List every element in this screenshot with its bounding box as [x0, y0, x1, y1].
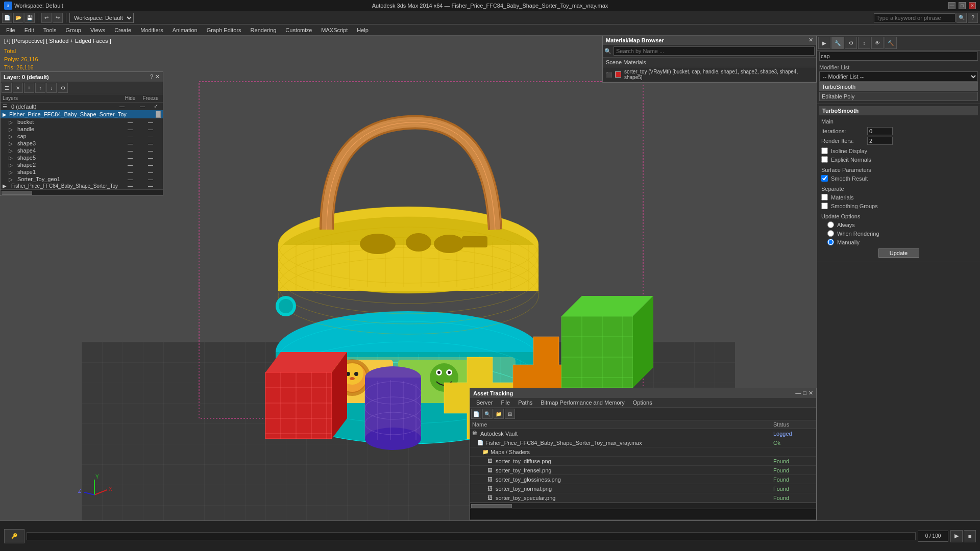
undo-button[interactable]: ↩ [41, 13, 52, 23]
asset-close[interactable]: ✕ [808, 390, 813, 396]
save-button[interactable]: 💾 [24, 13, 35, 23]
material-item[interactable]: ⬛ sorter_toy (VRayMtl) [bucket, cap, han… [603, 67, 816, 82]
create-button[interactable]: ▶ [818, 37, 830, 49]
menu-maxscript[interactable]: MAXScript [317, 26, 352, 34]
when-rendering-radio[interactable] [827, 230, 834, 237]
utilities-button[interactable]: 🔨 [885, 37, 897, 49]
asset-menu-bitmap[interactable]: Bitmap Performance and Memory [536, 398, 628, 407]
minimize-button[interactable]: — [948, 2, 955, 9]
layer-row-default[interactable]: ☰ 0 (default) — — ✓ [1, 103, 163, 110]
layers-help-button[interactable]: ? [150, 73, 153, 80]
menu-file[interactable]: File [2, 26, 19, 34]
hierarchy-button[interactable]: ⚙ [845, 37, 857, 49]
asset-scrollbar[interactable] [470, 503, 816, 509]
modifier-dropdown[interactable]: -- Modifier List -- [819, 71, 978, 82]
menu-edit[interactable]: Edit [20, 26, 38, 34]
layers-close-button[interactable]: ✕ [155, 73, 160, 80]
asset-row-vault[interactable]: 🏛 Autodesk Vault Logged [470, 429, 816, 438]
menu-rendering[interactable]: Rendering [247, 26, 281, 34]
mat-browser-title-bar[interactable]: Material/Map Browser ✕ [603, 35, 816, 45]
materials-checkbox[interactable] [821, 194, 828, 201]
asset-tb-btn2[interactable]: 🔍 [482, 409, 493, 419]
layers-scroll-thumb[interactable] [2, 191, 32, 195]
object-name-input[interactable] [819, 52, 978, 61]
layer-row-handle[interactable]: ▷ handle — — [1, 126, 163, 133]
close-button[interactable]: ✕ [969, 2, 976, 9]
asset-title-bar[interactable]: Asset Tracking — □ ✕ [470, 388, 816, 398]
asset-menu-server[interactable]: Server [472, 398, 497, 407]
layer-row-shape1[interactable]: ▷ shape1 — — [1, 168, 163, 176]
menu-help[interactable]: Help [353, 26, 373, 34]
layer-row-sorter-geo[interactable]: ▷ Sorter_Toy_geo1 — — [1, 176, 163, 183]
workspace-select[interactable]: Workspace: Default [69, 13, 134, 23]
menu-tools[interactable]: Tools [39, 26, 61, 34]
layers-delete-btn[interactable]: ✕ [13, 83, 23, 93]
layers-create-btn[interactable]: ☰ [2, 83, 12, 93]
explicit-normals-checkbox[interactable] [821, 156, 828, 163]
update-button[interactable]: Update [878, 248, 919, 258]
layer-row-shape2[interactable]: ▷ shape2 — — [1, 161, 163, 168]
asset-row-specular[interactable]: 🖼 sorter_toy_specular.png Found [470, 493, 816, 503]
asset-row-diffuse[interactable]: 🖼 sorter_toy_diffuse.png Found [470, 457, 816, 466]
layer-row-cap[interactable]: ▷ cap — — [1, 133, 163, 140]
asset-tb-btn3[interactable]: 📁 [494, 409, 504, 419]
layers-settings-btn[interactable]: ⚙ [58, 83, 68, 93]
smooth-result-checkbox[interactable] [821, 175, 828, 182]
layers-title-bar[interactable]: Layer: 0 (default) ? ✕ [1, 72, 163, 82]
motion-button[interactable]: ↕ [858, 37, 870, 49]
asset-row-frensel[interactable]: 🖼 sorter_toy_frensel.png Found [470, 466, 816, 475]
layer-row-fisher2[interactable]: ▶ Fisher_Price_FFC84_Baby_Shape_Sorter_T… [1, 183, 163, 189]
stop-button[interactable]: ■ [964, 530, 976, 542]
asset-menu-paths[interactable]: Paths [514, 398, 536, 407]
editable-poly-modifier[interactable]: Editable Poly [819, 92, 978, 101]
asset-menu-file[interactable]: File [497, 398, 514, 407]
frame-counter[interactable]: 0 / 100 [918, 531, 948, 542]
asset-scroll-thumb[interactable] [471, 504, 512, 508]
asset-tb-btn4[interactable]: ⊞ [505, 409, 515, 419]
workspace-dropdown[interactable]: Workspace: Default [14, 3, 63, 9]
asset-maximize[interactable]: □ [803, 390, 806, 396]
modify-button[interactable]: 🔧 [831, 37, 844, 49]
smoothing-groups-checkbox[interactable] [821, 203, 828, 209]
asset-row-maps[interactable]: 📁 Maps / Shaders [470, 447, 816, 457]
always-radio[interactable] [827, 221, 834, 228]
asset-row-normal[interactable]: 🖼 sorter_toy_normal.png Found [470, 484, 816, 493]
open-button[interactable]: 📂 [13, 13, 23, 23]
redo-button[interactable]: ↪ [53, 13, 63, 23]
layer-row-fisher[interactable]: ▶ Fisher_Price_FFC84_Baby_Shape_Sorter_T… [1, 110, 163, 118]
layer-row-shape3[interactable]: ▷ shape3 — — [1, 140, 163, 147]
layers-add-btn[interactable]: + [24, 83, 34, 93]
manually-radio[interactable] [827, 239, 834, 245]
render-iters-input[interactable] [867, 137, 893, 145]
play-button[interactable]: ▶ [950, 530, 963, 542]
mat-browser-close[interactable]: ✕ [808, 37, 813, 43]
menu-animation[interactable]: Animation [168, 26, 202, 34]
layer-row-shape4[interactable]: ▷ shape4 — — [1, 147, 163, 154]
mat-search-input[interactable] [614, 46, 815, 56]
display-button[interactable]: 👁 [871, 37, 884, 49]
asset-row-file[interactable]: 📄 Fisher_Price_FFC84_Baby_Shape_Sorter_T… [470, 438, 816, 447]
asset-tb-btn1[interactable]: 📄 [471, 409, 481, 419]
asset-row-glossiness[interactable]: 🖼 sorter_toy_glossiness.png Found [470, 475, 816, 484]
menu-customize[interactable]: Customize [281, 26, 316, 34]
turbosmooth-modifier[interactable]: TurboSmooth [819, 82, 978, 91]
global-search-input[interactable] [874, 13, 955, 22]
menu-group[interactable]: Group [61, 26, 85, 34]
new-button[interactable]: 📄 [2, 13, 12, 23]
isoline-checkbox[interactable] [821, 147, 828, 154]
layer-row-bucket[interactable]: ▷ bucket — — [1, 118, 163, 126]
menu-modifiers[interactable]: Modifiers [136, 26, 167, 34]
search-icon[interactable]: 🔍 [957, 13, 967, 23]
asset-minimize[interactable]: — [795, 390, 801, 396]
create-keyframe-btn[interactable]: 🔑 [4, 529, 24, 543]
menu-create[interactable]: Create [110, 26, 135, 34]
layer-row-shape5[interactable]: ▷ shape5 — — [1, 154, 163, 161]
layers-scrollbar[interactable] [1, 189, 163, 195]
layers-move-btn[interactable]: ↑ [35, 83, 45, 93]
iterations-input[interactable] [867, 127, 893, 135]
menu-graph-editors[interactable]: Graph Editors [203, 26, 246, 34]
maximize-button[interactable]: □ [959, 2, 966, 9]
timeline-slider[interactable] [27, 532, 916, 540]
help-button[interactable]: ? [968, 13, 978, 23]
layers-move2-btn[interactable]: ↓ [46, 83, 57, 93]
